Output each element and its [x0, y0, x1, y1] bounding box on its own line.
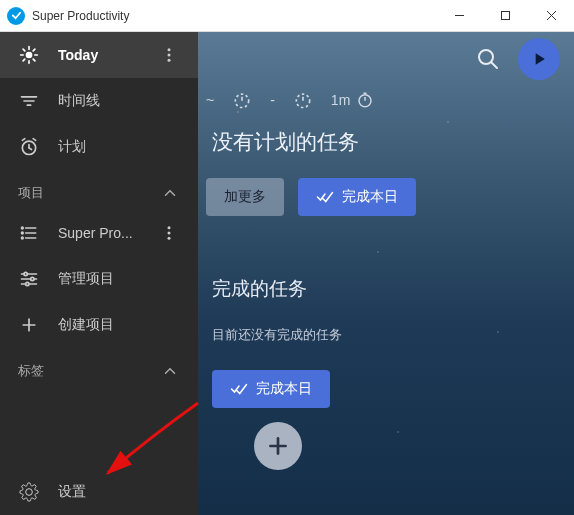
no-plan-heading: 没有计划的任务 [198, 126, 574, 178]
svg-point-15 [168, 59, 171, 62]
svg-point-31 [168, 232, 171, 235]
done-empty-text: 目前还没有完成的任务 [212, 326, 574, 344]
more-icon[interactable] [158, 46, 180, 64]
svg-point-29 [22, 237, 24, 239]
add-more-label: 加更多 [224, 188, 266, 206]
play-button[interactable] [518, 38, 560, 80]
window-titlebar: Super Productivity [0, 0, 574, 32]
sidebar-label-settings: 设置 [58, 483, 180, 501]
sidebar-project-item[interactable]: Super Pro... [0, 210, 198, 256]
svg-line-10 [33, 59, 35, 61]
alarm-icon [18, 136, 40, 158]
plus-icon [18, 314, 40, 336]
svg-line-11 [23, 59, 25, 61]
sidebar-label-timeline: 时间线 [58, 92, 180, 110]
double-check-icon [230, 380, 248, 398]
svg-line-21 [29, 148, 32, 150]
svg-line-12 [33, 49, 35, 51]
timer-icon [232, 90, 252, 110]
svg-line-9 [23, 49, 25, 51]
section-label-tags: 标签 [18, 362, 160, 380]
add-more-button[interactable]: 加更多 [206, 178, 284, 216]
sidebar-item-create-project[interactable]: 创建项目 [0, 302, 198, 348]
sidebar-item-timeline[interactable]: 时间线 [0, 78, 198, 124]
window-minimize-button[interactable] [436, 0, 482, 32]
sidebar: Today 时间线 计划 项目 S [0, 32, 198, 515]
finish-today-button[interactable]: 完成本日 [298, 178, 416, 216]
chevron-up-icon [160, 184, 180, 202]
timer-icon [293, 90, 313, 110]
app-icon [7, 7, 25, 25]
svg-line-23 [33, 139, 35, 141]
plus-icon [265, 433, 291, 459]
svg-point-37 [31, 277, 34, 280]
svg-point-4 [26, 52, 33, 59]
sidebar-label-plan: 计划 [58, 138, 180, 156]
finish-today-label: 完成本日 [342, 188, 398, 206]
sidebar-label-create: 创建项目 [58, 316, 180, 334]
more-icon[interactable] [158, 224, 180, 242]
duration-value: 1m [331, 92, 350, 108]
stat-dash2: - [270, 92, 275, 108]
filter-icon [18, 90, 40, 112]
list-icon [18, 222, 40, 244]
sidebar-item-plan[interactable]: 计划 [0, 124, 198, 170]
svg-point-30 [168, 226, 171, 229]
stat-duration: 1m [331, 91, 374, 109]
project-label: Super Pro... [58, 225, 158, 241]
svg-point-28 [22, 232, 24, 234]
sidebar-item-today[interactable]: Today [0, 32, 198, 78]
sidebar-label-manage: 管理项目 [58, 270, 180, 288]
main-content: ~ - 1m 没有计划的任务 加更多 [198, 32, 574, 515]
svg-point-36 [24, 272, 27, 275]
sidebar-label-today: Today [58, 47, 158, 63]
svg-rect-1 [501, 12, 509, 20]
stats-row: ~ - 1m [198, 86, 574, 126]
sidebar-section-projects[interactable]: 项目 [0, 170, 198, 210]
sun-icon [18, 44, 40, 66]
sidebar-item-settings[interactable]: 设置 [0, 469, 198, 515]
topbar [198, 32, 574, 86]
svg-point-38 [26, 282, 29, 285]
double-check-icon [316, 188, 334, 206]
search-button[interactable] [474, 45, 502, 73]
window-title: Super Productivity [32, 9, 436, 23]
svg-point-13 [168, 48, 171, 51]
section-label-projects: 项目 [18, 184, 160, 202]
add-task-fab[interactable] [254, 422, 302, 470]
svg-point-27 [22, 227, 24, 229]
svg-point-32 [168, 237, 171, 240]
chevron-up-icon [160, 362, 180, 380]
svg-line-22 [22, 139, 25, 141]
window-maximize-button[interactable] [482, 0, 528, 32]
svg-line-42 [491, 62, 497, 68]
done-heading: 完成的任务 [212, 276, 574, 302]
window-close-button[interactable] [528, 0, 574, 32]
finish-today-button-2[interactable]: 完成本日 [212, 370, 330, 408]
finish-today-label-2: 完成本日 [256, 380, 312, 398]
gear-icon [18, 481, 40, 503]
sidebar-section-tags[interactable]: 标签 [0, 348, 198, 388]
svg-point-14 [168, 54, 171, 57]
sidebar-item-manage-projects[interactable]: 管理项目 [0, 256, 198, 302]
tune-icon [18, 268, 40, 290]
stat-dash: ~ [206, 92, 214, 108]
